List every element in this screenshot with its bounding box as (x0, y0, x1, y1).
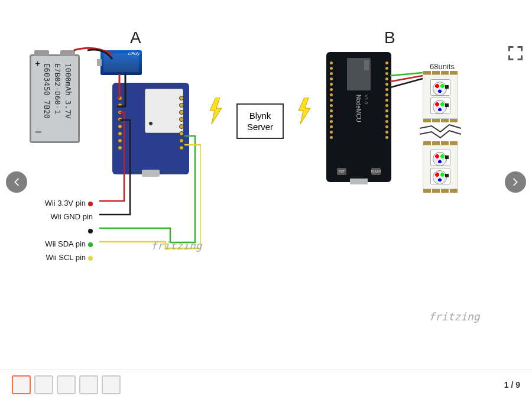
carousel-prev-button[interactable] (6, 171, 27, 193)
nodemcu-subtitle: V1.0 (364, 95, 369, 104)
diagram-canvas: A B + − E603450 7B20 E7B02-D60-1 1000mAh… (0, 18, 532, 361)
group-label-a: A (130, 28, 141, 47)
wii-sda-label: Wii SDA pin (44, 237, 98, 251)
wii-3v3-label: Wii 3.3V pin (44, 196, 98, 210)
strip-break-icon (420, 122, 461, 139)
lightning-icon (207, 98, 225, 124)
thumbnail-list (12, 375, 121, 394)
carousel-next-button[interactable] (505, 171, 526, 193)
nodemcu-title: NodeMCU (355, 95, 362, 122)
neopixel-led-strip (423, 71, 458, 193)
lipo-usb-port (97, 59, 102, 66)
nodemcu-flash-button: FLASH (371, 168, 381, 175)
carousel-counter: 1 / 9 (504, 380, 520, 390)
led-pixel (430, 150, 450, 166)
nodemcu-usb-port (350, 179, 368, 184)
lipo-charger-board: LiPoly (100, 50, 142, 75)
nodemcu-pins-left (328, 59, 334, 174)
wii-scl-label: Wii SCL pin (44, 251, 98, 264)
battery-minus: − (35, 125, 42, 139)
led-pixel (430, 98, 450, 114)
svg-marker-1 (299, 98, 310, 124)
led-pixel (430, 168, 450, 184)
fullscreen-button[interactable] (507, 45, 524, 61)
thumbnail[interactable] (102, 375, 121, 394)
svg-marker-0 (210, 98, 222, 124)
d1-usb-port (142, 170, 160, 177)
nodemcu-reset-button: RST (337, 168, 346, 175)
battery-text-3: 1000mAh 3.7V (64, 63, 73, 119)
chevron-left-icon (12, 178, 21, 186)
led-units-label: 68units (430, 62, 455, 71)
d1-pin-header-right (177, 93, 186, 164)
battery-plus: + (35, 59, 40, 69)
wemos-d1-mini-board (112, 83, 189, 174)
nodemcu-esp-shield (347, 58, 371, 90)
lightning-icon (296, 98, 313, 124)
fritzing-watermark: fritzing (429, 310, 480, 323)
wii-pin-labels: Wii 3.3V pin Wii GND pin Wii SDA pin Wii… (44, 196, 98, 264)
d1-pin-header-left (116, 93, 124, 164)
thumbnail[interactable] (79, 375, 98, 394)
led-segment-top (423, 74, 458, 119)
group-label-b: B (384, 28, 395, 47)
lipo-battery: + − E603450 7B20 E7B02-D60-1 1000mAh 3.7… (30, 54, 80, 143)
blynk-server-box: BlynkServer (236, 103, 284, 139)
wii-gnd-label: Wii GND pin (44, 210, 98, 237)
lipo-label: LiPoly (128, 51, 140, 56)
battery-text-1: E603450 7B20 (43, 63, 51, 119)
battery-text-2: E7B02-D60-1 (53, 63, 62, 114)
led-segment-bottom (423, 145, 458, 189)
led-pixel (430, 79, 450, 96)
fritzing-watermark: fritzing (151, 239, 202, 252)
thumbnail[interactable] (12, 375, 31, 394)
nodemcu-pins-right (384, 59, 390, 174)
nodemcu-board: NodeMCU V1.0 RST FLASH (326, 52, 391, 182)
thumbnail[interactable] (57, 375, 76, 394)
carousel-toolbar: 1 / 9 (0, 369, 532, 399)
chevron-right-icon (511, 178, 520, 186)
thumbnail[interactable] (34, 375, 53, 394)
